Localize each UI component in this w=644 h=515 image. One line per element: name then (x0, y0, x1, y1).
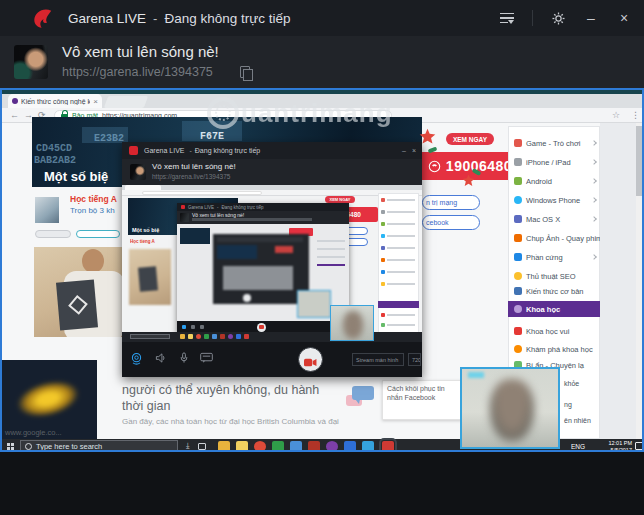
streamer-avatar (14, 45, 48, 79)
captured-browser-tab: Kiến thức công nghệ kh × (8, 94, 102, 108)
sidebar-item: Mac OS X (514, 211, 600, 227)
mini-sidebar-item (381, 282, 415, 286)
sidebar-item: Khám phá khoa học (514, 341, 600, 357)
bookmark-star-icon: ☆ (612, 110, 620, 120)
discover-icon (514, 345, 522, 353)
chevron-right-icon (591, 159, 597, 165)
mini-webcam-preview (297, 290, 331, 318)
mini-sidebar-highlight (378, 301, 419, 308)
mini-sidebar-item (381, 313, 415, 317)
mini-article-photo (129, 249, 171, 305)
nested-nested-garena-window: Garena LIVE - Đang không trực tiếp Vô xe… (177, 203, 349, 333)
deco (82, 249, 104, 273)
app-icon (362, 441, 374, 452)
stream-url-bar (192, 218, 312, 221)
chevron-right-icon (591, 197, 597, 203)
nested-preview (177, 224, 349, 321)
deco (56, 279, 98, 330)
chevron-right-icon (591, 254, 597, 260)
deco (317, 264, 345, 266)
search-placeholder: Type here to search (36, 442, 102, 451)
notification-center-icon (635, 442, 643, 450)
mini-category-sidebar (378, 193, 419, 333)
deco (317, 256, 345, 258)
mini-sidebar-item (381, 222, 415, 226)
sidebar-item-partial: ng (564, 401, 604, 408)
game-icon (514, 139, 522, 147)
minimize-icon[interactable]: – (583, 10, 599, 26)
streamer-avatar (130, 164, 146, 180)
close-icon[interactable]: × (616, 10, 632, 26)
app-icon (244, 334, 249, 339)
back-icon: ← (10, 110, 19, 120)
hardware-icon (514, 253, 522, 261)
app-icon (220, 334, 225, 339)
atom-icon (514, 305, 522, 313)
settings-gear-icon[interactable] (550, 10, 566, 26)
task-list-icon[interactable] (499, 10, 515, 26)
download-icon: ⤓ (186, 441, 190, 451)
chrome-icon (254, 441, 266, 452)
stream-control-bar: Stream màn hình 720p (0, 452, 644, 515)
connect-pill-button: n trị mạng (422, 195, 480, 210)
promo-line1: Học tiếng A (70, 194, 122, 204)
site-favicon (12, 98, 18, 104)
sidebar-item-khoa-hoc-active: Khoa học (508, 301, 600, 317)
seo-icon (514, 272, 522, 280)
language-indicator: ENG (571, 443, 585, 450)
sidebar-item: Phần cứng (514, 249, 600, 265)
cortana-icon (25, 443, 32, 450)
app-name: Garena LIVE (68, 11, 146, 26)
divider (532, 10, 533, 26)
xem-ngay-button: XEM NGAY (325, 196, 355, 203)
stream-url: https://garena.live/1394375 (152, 173, 230, 180)
nested-garena-window: Garena LIVE - Đang không trực tiếp –× Vô… (122, 142, 422, 377)
scrollbar-thumb (636, 126, 642, 196)
sidebar-item: Windows Phone (514, 192, 600, 208)
app-icon (308, 441, 320, 452)
sidebar-item: Game - Trò chơi (514, 135, 600, 151)
copy-link-icon[interactable] (240, 66, 250, 78)
article-title: người có thể xuyên không, du hành thời g… (122, 382, 342, 415)
stream-title: Vô xem tui lên sóng nè! (62, 43, 219, 60)
deco (468, 372, 484, 378)
tab-title: Kiến thức công nghệ kh (21, 98, 90, 105)
garena-live-window: Garena LIVE - Đang không trực tiếp – × V… (0, 0, 644, 515)
social-badge (35, 230, 71, 238)
facebook-pill-button: cebook (422, 215, 480, 230)
garena-logo-icon (181, 205, 185, 209)
taskbar-clock: 12:01 PM 5/5/2017 (592, 440, 632, 452)
explorer-icon (218, 441, 230, 452)
camera-icon (514, 234, 522, 242)
mini-sidebar-item (381, 270, 415, 274)
chevron-right-icon (591, 216, 597, 222)
app-name: Garena LIVE (144, 147, 184, 154)
nested-title-bar: Garena LIVE - Đang không trực tiếp (177, 203, 349, 211)
webcam-icon (130, 352, 143, 365)
xem-ngay-button: XEM NGAY (446, 133, 494, 145)
nested-title-bar: Garena LIVE - Đang không trực tiếp –× (122, 142, 422, 159)
article-excerpt: Gần đây, các nhà toán học từ đại học Bri… (122, 417, 360, 426)
browser-status-text: www.google.co... (5, 428, 62, 437)
sidebar-item: Thủ thuật SEO (514, 268, 600, 284)
mini-sidebar-item (381, 323, 415, 327)
source-select: Stream màn hình (352, 353, 404, 366)
apple-icon (514, 158, 522, 166)
app-icon (272, 441, 284, 452)
hex-text: CD45CD (36, 143, 72, 154)
app-icon (228, 334, 233, 339)
stream-info-bar: Vô xem tui lên sóng nè! https://garena.l… (0, 36, 644, 88)
app-icon (188, 334, 193, 339)
sidebar-item-partial: ên nhiên (564, 417, 604, 424)
chat-bubble-icon (352, 386, 374, 400)
facebook-tip-popup: Cách khôi phục tin nhắn Facebook (382, 380, 462, 420)
promo-line2: Trọn bộ 3 kh (70, 206, 124, 215)
hex-text: BAB2AB2 (34, 155, 76, 166)
stream-status: Đang không trực tiếp (222, 205, 264, 210)
flask-icon (514, 327, 522, 335)
deco (317, 240, 345, 242)
app-icon (212, 334, 217, 339)
streamer-avatar (180, 213, 189, 222)
sidebar-item: iPhone / iPad (514, 154, 600, 170)
knowledge-icon (514, 287, 522, 295)
